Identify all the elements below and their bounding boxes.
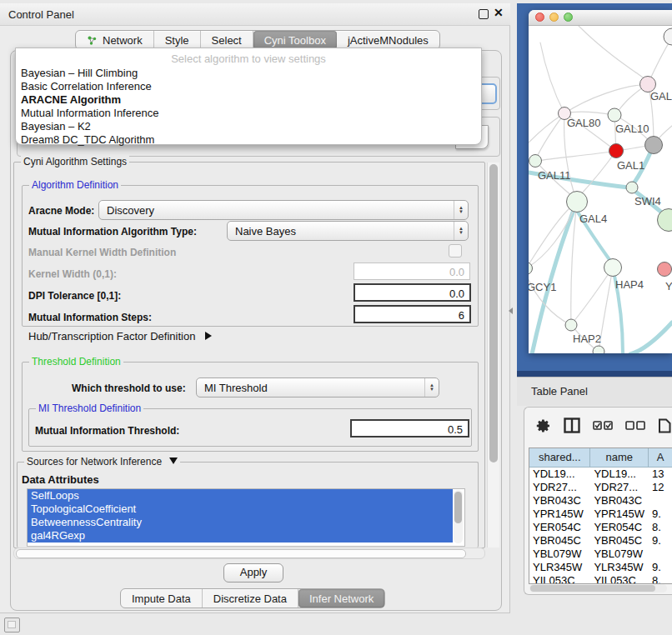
network-node-gcy1[interactable] xyxy=(529,262,533,275)
table-cell[interactable]: YBR045C xyxy=(529,534,590,548)
network-node-gal1[interactable] xyxy=(609,144,624,158)
network-edge[interactable] xyxy=(580,151,616,195)
splitter-collapse-icon[interactable] xyxy=(509,308,513,314)
bottom-left-panel-grip[interactable] xyxy=(4,618,20,632)
tab-network[interactable]: Network xyxy=(76,31,154,49)
network-edge[interactable] xyxy=(535,113,564,161)
network-node-gal11[interactable] xyxy=(529,155,542,168)
table-cell[interactable]: YLR345W xyxy=(590,561,649,574)
algorithm-option[interactable]: Dream8 DC_TDC Algorithm xyxy=(16,133,481,147)
network-edge[interactable] xyxy=(537,151,616,161)
network-edge[interactable] xyxy=(564,84,648,113)
data-attribute-item[interactable]: TopologicalCoefficient xyxy=(28,502,453,516)
settings-horizontal-scrollbar[interactable] xyxy=(13,548,485,559)
network-node-hap2[interactable] xyxy=(565,319,577,331)
collapsed-arrow-icon[interactable] xyxy=(205,332,212,340)
settings-vscrollbar-thumb[interactable] xyxy=(489,164,498,462)
network-node-gal4[interactable] xyxy=(567,192,588,212)
table-cell[interactable]: YIL053C xyxy=(529,574,590,584)
control-panel-titlebar[interactable] xyxy=(0,3,510,26)
hub-definition-section[interactable]: Hub/Transcription Factor Definition xyxy=(28,330,212,342)
table-cell[interactable]: YLR345W xyxy=(529,561,590,574)
network-view-window[interactable]: GALGAL80GAL10GAL1GAL11SWI4GAL4HAP4YGCY1H… xyxy=(529,10,672,353)
data-attribute-item[interactable]: BetweennessCentrality xyxy=(28,516,453,529)
column-header-1[interactable]: shared... xyxy=(529,448,590,467)
table-row[interactable]: YBR043CYBR043C xyxy=(529,494,672,508)
table-cell[interactable]: 9. xyxy=(649,534,672,548)
algorithm-option[interactable]: Bayesian – K2 xyxy=(16,120,481,133)
network-edge[interactable] xyxy=(529,202,577,268)
settings-vertical-scrollbar[interactable] xyxy=(487,162,499,548)
tab-select[interactable]: Select xyxy=(201,31,253,49)
settings-gear-icon[interactable] xyxy=(536,418,551,433)
column-header-2[interactable]: name xyxy=(590,448,649,467)
data-attribute-item[interactable]: gal4RGexp xyxy=(28,529,453,542)
network-edge[interactable] xyxy=(579,26,648,81)
table-cell[interactable]: YBR045C xyxy=(590,534,649,548)
mi-type-combobox[interactable]: Naive Bayes ▲▼ xyxy=(227,221,469,241)
table-cell[interactable]: 9. xyxy=(649,508,672,521)
table-row[interactable]: YBR045CYBR045C9. xyxy=(529,534,672,548)
network-edge[interactable] xyxy=(564,112,614,115)
table-row[interactable]: YER054CYER054C8. xyxy=(529,521,672,534)
tab-style[interactable]: Style xyxy=(154,31,201,49)
table-cell[interactable]: 9. xyxy=(649,561,672,574)
table-cell[interactable]: 13 xyxy=(649,468,672,481)
table-cell[interactable]: 8. xyxy=(649,521,672,534)
network-node-swi4[interactable] xyxy=(626,182,638,193)
table-cell[interactable]: YIL053C xyxy=(590,574,649,584)
table-row[interactable]: YLR345WYLR345W9. xyxy=(529,561,672,574)
network-edge[interactable] xyxy=(630,322,672,353)
algorithm-option[interactable]: Basic Correlation Inference xyxy=(16,80,481,93)
close-traffic-light[interactable] xyxy=(535,12,544,22)
document-icon[interactable] xyxy=(658,418,671,433)
table-cell[interactable]: YPR145W xyxy=(529,508,590,521)
network-node-y[interactable] xyxy=(658,262,672,277)
algorithm-option[interactable]: Mutual Information Inference xyxy=(16,107,481,120)
kernel-width-field[interactable]: 0.0 xyxy=(354,262,470,280)
network-node-gal10[interactable] xyxy=(608,108,621,122)
tab-cyni-toolbox[interactable]: Cyni Toolbox xyxy=(253,31,337,49)
table-cell[interactable]: YBL079W xyxy=(529,548,590,561)
table-cell[interactable]: YDL19... xyxy=(529,468,590,481)
close-icon[interactable]: ✕ xyxy=(494,6,504,19)
tab-impute-data[interactable]: Impute Data xyxy=(121,589,203,608)
table-row[interactable]: YDL19...YDL19...13 xyxy=(529,468,672,481)
network-edge[interactable] xyxy=(574,268,613,322)
data-attribute-item[interactable]: SelfLoops xyxy=(28,489,453,502)
mi-threshold-field[interactable]: 0.5 xyxy=(350,419,469,438)
column-header-3[interactable]: A xyxy=(649,448,672,467)
settings-hscrollbar-thumb[interactable] xyxy=(16,549,466,558)
algorithm-option[interactable]: ARACNE Algorithm xyxy=(16,93,481,107)
split-columns-icon[interactable] xyxy=(564,418,580,433)
which-threshold-combobox[interactable]: MI Threshold ▲▼ xyxy=(196,378,439,398)
table-cell[interactable]: YDL19... xyxy=(590,468,649,481)
attributes-scrollbar-thumb[interactable] xyxy=(454,492,462,523)
table-cell[interactable]: YER054C xyxy=(590,521,649,534)
table-cell[interactable] xyxy=(649,494,672,508)
table-horizontal-scrollbar[interactable] xyxy=(529,584,667,592)
table-row[interactable]: YPR145WYPR145W9. xyxy=(529,508,672,521)
tab-discretize-data[interactable]: Discretize Data xyxy=(203,589,298,608)
apply-button[interactable]: Apply xyxy=(223,563,283,582)
mi-steps-field[interactable]: 6 xyxy=(354,305,471,323)
dpi-tolerance-field[interactable]: 0.0 xyxy=(354,283,471,302)
network-canvas[interactable]: GALGAL80GAL10GAL1GAL11SWI4GAL4HAP4YGCY1H… xyxy=(529,26,672,353)
zoom-traffic-light[interactable] xyxy=(564,12,573,22)
table-cell[interactable]: YPR145W xyxy=(590,508,649,521)
expanded-arrow-icon[interactable] xyxy=(169,458,178,464)
table-cell[interactable]: YBL079W xyxy=(590,548,649,561)
table-cell[interactable]: 12 xyxy=(649,481,672,494)
tab-infer-network[interactable]: Infer Network xyxy=(298,589,384,608)
table-cell[interactable]: YDR27... xyxy=(590,481,649,494)
table-cell[interactable]: YBR043C xyxy=(590,494,649,508)
table-row[interactable]: YBL079WYBL079W xyxy=(529,548,672,561)
select-all-icon[interactable] xyxy=(593,421,613,431)
aracne-mode-combobox[interactable]: Discovery ▲▼ xyxy=(98,200,469,220)
network-node-hap4[interactable] xyxy=(604,259,622,277)
table-cell[interactable]: YBR043C xyxy=(529,494,590,508)
table-row[interactable]: YDR27...YDR27...12 xyxy=(529,481,672,494)
table-cell[interactable]: YER054C xyxy=(529,521,590,534)
network-node[interactable] xyxy=(593,346,604,353)
network-graph[interactable]: GALGAL80GAL10GAL1GAL11SWI4GAL4HAP4YGCY1H… xyxy=(529,26,672,353)
